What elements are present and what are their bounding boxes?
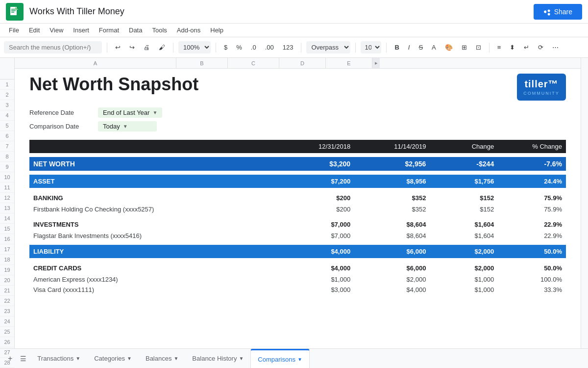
row-num-5: 5 [0, 121, 14, 131]
bold-button[interactable]: B [392, 42, 402, 53]
row-num-2: 2 [0, 90, 14, 100]
app-icon [6, 3, 24, 21]
redo-button[interactable]: ↪ [126, 42, 138, 53]
decimal00-button[interactable]: .00 [262, 42, 277, 53]
share-button[interactable]: Share [534, 4, 582, 20]
row-num-15: 15 [0, 224, 14, 234]
menu-help[interactable]: Help [206, 25, 227, 35]
italic-button[interactable]: I [405, 42, 413, 53]
currency-button[interactable]: $ [221, 42, 230, 53]
menu-file[interactable]: File [5, 25, 23, 35]
comparison-date-dropdown[interactable]: Today ▼ [98, 121, 157, 131]
col-header-a: A [15, 58, 176, 68]
menu-edit[interactable]: Edit [25, 25, 44, 35]
col-header-e: E [326, 58, 372, 68]
sheet-menu-button[interactable]: ☰ [16, 352, 30, 366]
print-button[interactable]: 🖨 [141, 42, 153, 53]
tab-balances[interactable]: Balances ▼ [139, 349, 185, 368]
right-scrollbar[interactable] [581, 58, 588, 348]
reference-date-dropdown[interactable]: End of Last Year ▼ [98, 107, 162, 118]
spacer-5 [29, 241, 566, 245]
row-num-4: 4 [0, 110, 14, 121]
tab-comparisons[interactable]: Comparisons ▼ [250, 349, 310, 368]
credit-account-name-1: Visa Card (xxxx1111) [29, 285, 279, 295]
credit-account-col2-0: $1,000 [279, 274, 354, 285]
asset-col2: $7,200 [279, 175, 354, 188]
row-num-26: 26 [0, 337, 14, 347]
credit-cards-header-row: CREDIT CARDS $4,000 $6,000 $2,000 50.0% [29, 262, 566, 274]
more-button[interactable]: ⋯ [549, 42, 562, 53]
percent-button[interactable]: % [233, 42, 245, 53]
menu-search-input[interactable] [4, 41, 102, 53]
credit-cards-pct: 50.0% [498, 262, 566, 274]
col-header-d: D [279, 58, 326, 68]
col-header-b: B [176, 58, 228, 68]
highlight-button[interactable]: 🎨 [442, 42, 456, 53]
credit-account-col3-0: $2,000 [354, 274, 430, 285]
strikethrough-button[interactable]: S [416, 42, 426, 53]
text-color-button[interactable]: A [429, 42, 439, 53]
zoom-select[interactable]: 100% [178, 41, 211, 53]
font-size-select[interactable]: 10 [361, 41, 381, 53]
table-row: Flagstar Bank Investments (xxxx5416) $7,… [29, 231, 566, 241]
spacer-3 [29, 188, 566, 192]
col-header-name [29, 140, 279, 153]
menu-format[interactable]: Format [95, 25, 123, 35]
credit-account-change-1: $1,000 [430, 285, 498, 295]
liability-change: $2,000 [430, 245, 498, 258]
date-settings: Reference Date End of Last Year ▼ Compar… [29, 106, 566, 132]
asset-label: ASSET [29, 175, 279, 188]
spacer-4 [29, 214, 566, 218]
paint-format-button[interactable]: 🖌 [156, 42, 168, 53]
banking-pct: 75.9% [498, 192, 566, 204]
credit-account-col2-1: $3,000 [279, 285, 354, 295]
banking-change: $152 [430, 192, 498, 204]
font-select[interactable]: Overpass [306, 41, 350, 53]
spacer-6 [29, 258, 566, 262]
wrap-button[interactable]: ↵ [521, 42, 532, 53]
row-num-10: 10 [0, 172, 14, 183]
menu-addons[interactable]: Add-ons [173, 25, 204, 35]
row-num-7: 7 [0, 141, 14, 152]
tab-categories[interactable]: Categories ▼ [87, 349, 139, 368]
menu-insert[interactable]: Insert [69, 25, 93, 35]
col-header-pct-change: % Change [498, 140, 566, 153]
decimal0-button[interactable]: .0 [248, 42, 259, 53]
asset-change: $1,756 [430, 175, 498, 188]
credit-cards-col2: $4,000 [279, 262, 354, 274]
svg-rect-3 [11, 12, 14, 13]
investments-col3: $8,604 [354, 218, 430, 231]
credit-cards-label: CREDIT CARDS [29, 262, 279, 274]
document-title: Works With Tiller Money [29, 6, 528, 17]
merge-button[interactable]: ⊡ [473, 42, 484, 53]
investments-pct: 22.9% [498, 218, 566, 231]
tabs-bar: + ☰ Transactions ▼ Categories ▼ Balances… [0, 348, 588, 368]
toolbar: ↩ ↪ 🖨 🖌 100% $ % .0 .00 123 Overpass 10 … [0, 37, 588, 58]
add-sheet-button[interactable]: + [4, 351, 16, 366]
row-num-1: 1 [0, 79, 14, 90]
row-num-8: 8 [0, 152, 14, 162]
menu-tools[interactable]: Tools [148, 25, 171, 35]
table-row: Visa Card (xxxx1111) $3,000 $4,000 $1,00… [29, 285, 566, 295]
row-num-25: 25 [0, 327, 14, 337]
tiller-logo-text: tiller™ [524, 79, 558, 90]
rotate-button[interactable]: ⟳ [535, 42, 546, 53]
menu-view[interactable]: View [46, 25, 67, 35]
row-num-22: 22 [0, 296, 14, 306]
top-bar: Works With Tiller Money Share [0, 0, 588, 24]
tab-transactions[interactable]: Transactions ▼ [30, 349, 87, 368]
col-header-date1: 12/31/2018 [279, 140, 354, 153]
borders-button[interactable]: ⊞ [459, 42, 470, 53]
menu-data[interactable]: Data [125, 25, 146, 35]
valign-button[interactable]: ⬍ [507, 42, 518, 53]
menu-bar: File Edit View Insert Format Data Tools … [0, 24, 588, 37]
row-num-14: 14 [0, 213, 14, 224]
align-button[interactable]: ≡ [494, 42, 504, 53]
num-format-button[interactable]: 123 [280, 42, 296, 53]
banking-account-pct-0: 75.9% [498, 204, 566, 214]
asset-col3: $8,956 [354, 175, 430, 188]
undo-button[interactable]: ↩ [112, 42, 123, 53]
row-numbers: 1 2 3 4 5 6 7 8 9 10 11 12 13 14 15 16 1… [0, 58, 15, 348]
tab-balance-history[interactable]: Balance History ▼ [185, 349, 250, 368]
banking-account-name-0: Firstbank Holding Co Checking (xxxx5257) [29, 204, 279, 214]
